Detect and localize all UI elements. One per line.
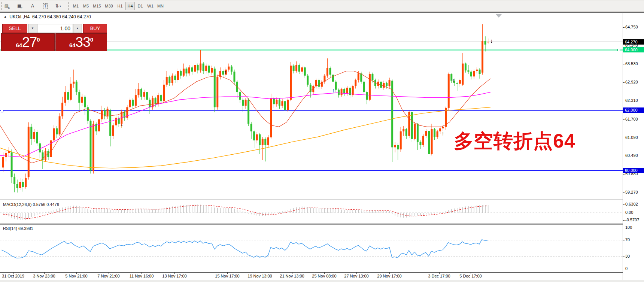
- candle-body: [417, 124, 419, 142]
- candle-body: [191, 67, 193, 72]
- buy-price-display[interactable]: 64330: [55, 33, 107, 51]
- candle-body: [171, 76, 173, 83]
- candle-body: [25, 178, 27, 187]
- candle-body: [363, 82, 365, 92]
- candle-body: [329, 68, 331, 75]
- candle-body: [197, 65, 199, 70]
- candle-body: [168, 77, 170, 83]
- chart-text-annotation[interactable]: 多空转折点64: [454, 128, 575, 154]
- candle-body: [346, 88, 348, 94]
- candle-body: [129, 100, 131, 107]
- candle-body: [307, 76, 309, 85]
- candle-body: [335, 82, 337, 90]
- candle-body: [400, 131, 402, 149]
- candle-body: [216, 77, 218, 107]
- candle-body: [53, 128, 55, 140]
- hline-62-handle[interactable]: [1, 110, 3, 112]
- candle-body: [301, 67, 303, 72]
- candle-body: [188, 67, 190, 73]
- candle-body: [109, 110, 111, 136]
- rsi-name: RSI(14): [3, 226, 17, 231]
- candle-body: [56, 128, 58, 134]
- rsi-value: 69.3981: [18, 226, 33, 231]
- candle-body: [115, 118, 117, 125]
- candle-body: [228, 67, 230, 70]
- candle-body: [61, 103, 63, 116]
- candle-body: [386, 83, 388, 86]
- buy-button[interactable]: BUY: [83, 24, 107, 33]
- sell-price-big: 27: [22, 34, 37, 50]
- candle-body: [295, 65, 297, 71]
- candle-body: [36, 132, 38, 143]
- candle-body: [70, 84, 72, 100]
- candle-body: [479, 70, 481, 74]
- candle-body: [476, 70, 478, 71]
- ohlc-values: 64.270 64.380 64.240 64.270: [32, 14, 91, 19]
- volume-decrease-button[interactable]: ▼: [28, 24, 37, 33]
- buy-price-big: 33: [76, 34, 90, 50]
- rsi-line: [1, 240, 487, 258]
- candle-body: [146, 92, 148, 100]
- candle-body: [203, 64, 204, 71]
- candle-body: [256, 134, 258, 140]
- candle-body: [233, 72, 235, 82]
- one-click-trading-panel: SELL ▼ 1.00 ▲ BUY 64270 64330: [1, 24, 107, 51]
- hline-64-handle[interactable]: [617, 49, 620, 51]
- candle-body: [437, 131, 438, 137]
- doji-mark: †: [224, 70, 227, 75]
- candle-body: [33, 132, 35, 139]
- candle-body: [366, 92, 368, 100]
- candle-body: [482, 41, 483, 73]
- candle-body: [81, 97, 83, 103]
- candle-body: [355, 80, 356, 86]
- candle-body: [462, 64, 464, 85]
- candle-body: [98, 119, 100, 131]
- candle-body: [298, 65, 300, 72]
- candle-body: [383, 83, 385, 88]
- candle-body: [259, 134, 261, 145]
- candle-body: [459, 80, 461, 84]
- candle-body: [267, 137, 269, 145]
- candle-body: [177, 71, 179, 80]
- doji-mark: †: [442, 131, 444, 136]
- candle-body: [73, 82, 75, 84]
- volume-increase-button[interactable]: ▲: [73, 24, 82, 33]
- candle-body: [341, 89, 343, 95]
- doji-mark: †: [452, 78, 455, 83]
- candle-body: [332, 75, 334, 82]
- candle-body: [428, 131, 430, 154]
- candle-body: [281, 101, 283, 106]
- mt4-window: ▨E▦FAT⇅▾ M1M5M15M30H1H4D1W1MN ▲ UKOil-,H…: [0, 0, 644, 282]
- candle-body: [231, 67, 233, 72]
- candle-body: [194, 65, 196, 72]
- candle-body: [149, 100, 151, 107]
- candle-body: [160, 95, 162, 101]
- candle-body: [64, 92, 66, 103]
- candle-body: [326, 68, 328, 76]
- candle-body: [5, 153, 7, 157]
- candle-body: [279, 100, 280, 106]
- candle-body: [369, 74, 371, 100]
- sell-button[interactable]: SELL: [2, 24, 27, 33]
- candle-body: [59, 116, 61, 134]
- candle-body: [431, 129, 433, 154]
- candle-body: [389, 80, 391, 86]
- candle-body: [67, 92, 69, 100]
- sell-price-handle: 64: [16, 42, 22, 48]
- candle-body: [264, 139, 266, 145]
- candle-body: [163, 85, 165, 101]
- volume-input[interactable]: 1.00: [37, 24, 73, 33]
- candle-body: [157, 95, 159, 104]
- candle-body: [250, 124, 252, 131]
- oneclick-toggle-icon[interactable]: ▲: [4, 15, 7, 18]
- candle-body: [112, 125, 114, 136]
- candle-body: [338, 90, 340, 95]
- sell-price-display[interactable]: 64270: [1, 33, 55, 51]
- candle-body: [76, 82, 78, 92]
- candle-body: [155, 98, 157, 104]
- candle-body: [183, 69, 185, 76]
- candle-body: [293, 66, 295, 71]
- candle-body: [253, 131, 255, 140]
- candle-body: [487, 42, 489, 43]
- candle-body: [287, 100, 289, 110]
